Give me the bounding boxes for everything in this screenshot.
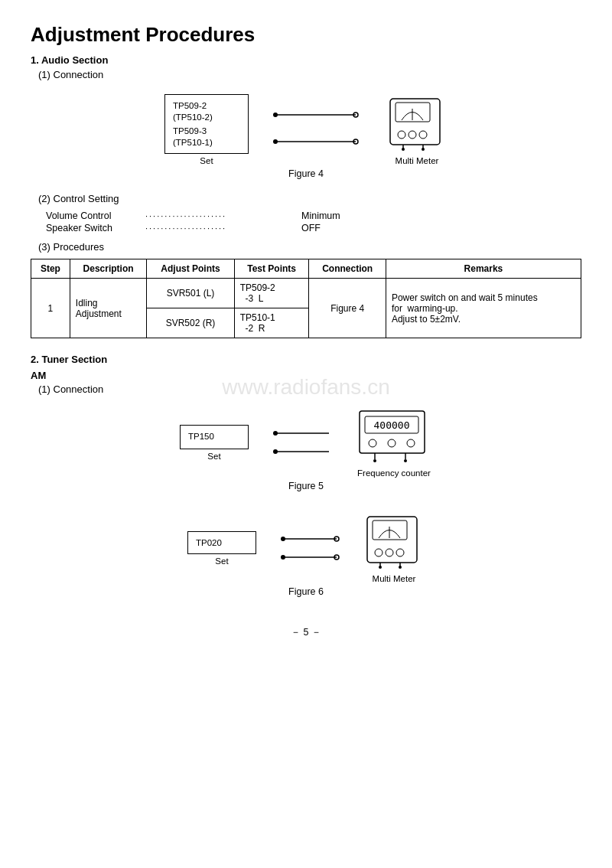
- test1-cell: TP509-2 -3 L: [234, 279, 309, 308]
- col-remarks: Remarks: [386, 259, 581, 279]
- speaker-switch-line: Speaker Switch ····················· OFF: [46, 223, 581, 233]
- volume-control-value: Minimum: [301, 210, 340, 221]
- figure6-label: Figure 6: [288, 586, 324, 597]
- control-settings: Volume Control ····················· Min…: [46, 210, 581, 233]
- description-line1: Idling: [76, 298, 98, 308]
- am-label: AM: [31, 370, 581, 381]
- page-number: － 5 －: [31, 626, 581, 639]
- speaker-switch-value: OFF: [301, 223, 321, 233]
- section2: 2. Tuner Section AM (1) Connection TP150…: [31, 354, 581, 603]
- multimeter-fig6: Multi Meter: [363, 513, 425, 583]
- figure4-diagram: TP509-2 (TP510-2) TP509-3 (TP510-1) Set: [31, 86, 581, 185]
- step-cell: 1: [31, 279, 70, 338]
- tp020-label: TP020: [196, 538, 248, 547]
- speaker-dots: ·····················: [145, 224, 298, 233]
- multimeter-fig4: Multi Meter: [386, 95, 448, 165]
- svg-point-14: [402, 148, 405, 151]
- freq-counter-area: 400000 Frequency counter: [356, 407, 432, 478]
- figure5-diagram: TP150 Set: [31, 400, 581, 498]
- volume-control-label: Volume Control: [46, 210, 145, 221]
- adjust2-cell: SVR502 (R): [147, 308, 234, 338]
- figure4-label: Figure 4: [288, 168, 324, 179]
- section2-connection: (1) Connection: [38, 383, 581, 395]
- svg-point-15: [422, 148, 425, 151]
- set-label-fig6: Set: [215, 556, 228, 566]
- wire-fig5: [272, 419, 333, 465]
- svg-point-41: [396, 549, 404, 556]
- svg-point-28: [373, 459, 376, 462]
- control-setting-label: (2) Control Setting: [38, 193, 581, 204]
- volume-control-line: Volume Control ····················· Min…: [46, 210, 581, 221]
- set-box-figure4: TP509-2 (TP510-2) TP509-3 (TP510-1): [164, 94, 249, 154]
- multimeter-label-fig4: Multi Meter: [396, 156, 439, 165]
- procedures-label: (3) Procedures: [38, 241, 581, 253]
- tp509-3-label: TP509-3: [173, 126, 240, 135]
- freq-counter-icon: 400000: [356, 407, 432, 468]
- col-adjust-points: Adjust Points: [147, 259, 234, 279]
- connection-cell: Figure 4: [309, 279, 386, 338]
- figure5-label: Figure 5: [288, 481, 324, 491]
- volume-dots: ·····················: [145, 211, 298, 220]
- tp510-2-label: (TP510-2): [173, 113, 240, 122]
- svg-point-23: [369, 439, 376, 447]
- col-connection: Connection: [309, 259, 386, 279]
- multimeter-icon-fig6: [363, 513, 425, 574]
- wire-fig4: [272, 100, 363, 161]
- remarks-cell: Power switch on and wait 5 minutesfor wa…: [386, 279, 581, 338]
- col-test-points: Test Points: [234, 259, 309, 279]
- speaker-switch-label: Speaker Switch: [46, 223, 145, 233]
- section2-title: 2. Tuner Section: [31, 354, 581, 365]
- set-box-tp150-area: TP150 Set: [180, 425, 249, 461]
- svg-point-11: [419, 131, 427, 139]
- adjust1-cell: SVR501 (L): [147, 279, 234, 308]
- multimeter-label-fig6: Multi Meter: [373, 574, 416, 583]
- table-row: 1 Idling Adjustment SVR501 (L) TP509-2 -…: [31, 279, 581, 308]
- figure4-area: TP509-2 (TP510-2) TP509-3 (TP510-1) Set: [164, 94, 448, 165]
- set-label-fig5: Set: [207, 452, 220, 461]
- connection-label: (1) Connection: [38, 69, 581, 80]
- test2-cell: TP510-1 -2 R: [234, 308, 309, 338]
- adjustment-table: Step Description Adjust Points Test Poin…: [31, 259, 581, 338]
- svg-point-25: [407, 439, 415, 447]
- col-description: Description: [70, 259, 146, 279]
- multimeter-icon-fig4: [386, 95, 448, 156]
- tp150-label: TP150: [188, 432, 240, 441]
- wire-fig6: [279, 525, 340, 571]
- set-box-tp020-area: TP020 Set: [187, 531, 256, 566]
- svg-point-24: [388, 439, 396, 447]
- freq-counter-label: Frequency counter: [357, 468, 431, 478]
- page-title: Adjustment Procedures: [31, 23, 581, 47]
- tp510-1-label: (TP510-1): [173, 138, 240, 147]
- svg-point-45: [399, 566, 402, 569]
- svg-point-29: [404, 459, 407, 462]
- set-box-tp150: TP150: [180, 425, 249, 449]
- svg-point-44: [379, 566, 382, 569]
- section1-title: 1. Audio Section: [31, 54, 581, 66]
- svg-point-10: [409, 131, 416, 139]
- tp509-2-label: TP509-2: [173, 101, 240, 110]
- set-label-fig4: Set: [200, 156, 213, 165]
- figure6-area: TP020 Set: [187, 513, 425, 583]
- svg-text:400000: 400000: [374, 419, 410, 431]
- svg-point-9: [398, 131, 405, 139]
- set-box-tp020: TP020: [187, 531, 256, 554]
- figure6-diagram: TP020 Set: [31, 505, 581, 603]
- svg-point-40: [386, 549, 393, 556]
- set-box-area: TP509-2 (TP510-2) TP509-3 (TP510-1) Set: [164, 94, 249, 165]
- col-step: Step: [31, 259, 70, 279]
- section1: 1. Audio Section (1) Connection TP509-2 …: [31, 54, 581, 338]
- description-line2: Adjustment: [76, 308, 122, 319]
- figure5-area: TP150 Set: [180, 407, 432, 478]
- description-cell: Idling Adjustment: [70, 279, 146, 338]
- svg-point-39: [375, 549, 382, 556]
- table-header-row: Step Description Adjust Points Test Poin…: [31, 259, 581, 279]
